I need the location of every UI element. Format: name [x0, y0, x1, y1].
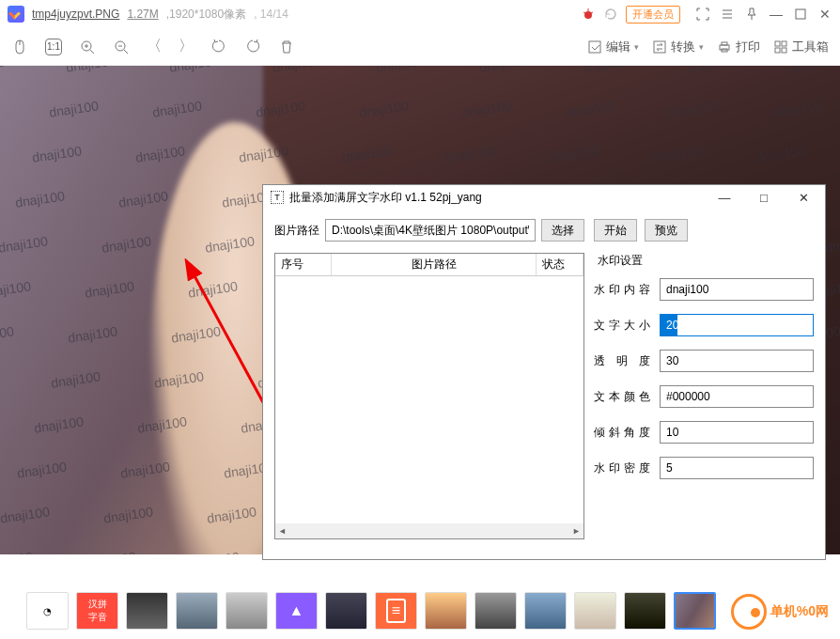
thumbnail[interactable] — [176, 592, 218, 630]
app-logo-icon — [8, 6, 24, 23]
svg-line-8 — [90, 50, 94, 54]
svg-line-2 — [583, 12, 585, 13]
dialog-app-icon: T — [271, 191, 284, 204]
svg-rect-19 — [775, 41, 780, 46]
svg-point-0 — [584, 11, 592, 19]
opacity-input[interactable] — [660, 350, 814, 372]
svg-rect-14 — [589, 41, 600, 53]
titlebar: tmp4juyzpvt.PNG 1.27M ,1920*1080像素 , 14/… — [0, 0, 840, 28]
zoom-out-icon[interactable] — [113, 39, 130, 55]
angle-input[interactable] — [660, 421, 814, 444]
path-input[interactable] — [325, 219, 536, 242]
delete-icon[interactable] — [278, 39, 295, 55]
dialog-maximize-icon[interactable]: □ — [750, 191, 778, 205]
thumbnail[interactable] — [226, 592, 268, 630]
edit-button[interactable]: 编辑▾ — [587, 39, 639, 55]
svg-line-3 — [591, 12, 593, 13]
svg-rect-20 — [782, 41, 786, 46]
filesize: 1.27M — [127, 8, 158, 21]
filename[interactable]: tmp4juyzpvt.PNG — [32, 8, 119, 21]
content-input[interactable] — [660, 278, 814, 301]
settings-label: 水印设置 — [594, 253, 814, 269]
thumbnail[interactable]: ≡ — [375, 592, 417, 630]
dialog-close-icon[interactable]: ✕ — [789, 191, 817, 205]
counter: , 14/14 — [254, 8, 288, 21]
refresh-icon[interactable] — [603, 7, 618, 22]
opacity-label: 透明度 — [594, 353, 650, 369]
col-status[interactable]: 状态 — [537, 254, 583, 275]
thumbnail[interactable] — [574, 592, 616, 630]
fontsize-input[interactable] — [660, 314, 814, 336]
rotate-left-icon[interactable] — [210, 39, 227, 55]
fontsize-label: 文字大小 — [594, 318, 650, 334]
site-logo: 单机%0网 — [731, 594, 829, 630]
minimize-icon[interactable]: — — [769, 7, 784, 22]
thumbnail[interactable] — [524, 592, 567, 630]
thumbnail[interactable] — [126, 592, 168, 630]
density-label: 水印密度 — [594, 460, 650, 476]
start-button[interactable]: 开始 — [594, 219, 637, 242]
color-input[interactable] — [660, 385, 814, 408]
svg-rect-4 — [796, 9, 805, 19]
prev-icon[interactable]: 〈 — [147, 37, 162, 56]
site-logo-icon — [731, 594, 767, 630]
svg-rect-15 — [654, 41, 665, 53]
print-button[interactable]: 打印 — [717, 39, 760, 55]
col-path[interactable]: 图片路径 — [332, 254, 537, 275]
content-label: 水印内容 — [594, 282, 650, 298]
maximize-icon[interactable] — [793, 7, 808, 22]
horizontal-scrollbar[interactable] — [275, 523, 583, 538]
color-label: 文本颜色 — [594, 389, 650, 405]
density-input[interactable] — [660, 457, 814, 479]
thumbnail-selected[interactable] — [674, 592, 716, 630]
dimensions: ,1920*1080像素 — [166, 7, 246, 23]
watermark-dialog: T 批量添加满屏文字水印 v1.1 52pj_yang — □ ✕ 图片路径 选… — [262, 184, 826, 560]
thumbnail[interactable] — [474, 592, 517, 630]
pin-icon[interactable] — [744, 7, 759, 22]
window-controls: — ✕ — [695, 7, 832, 22]
thumbnail[interactable] — [325, 592, 367, 630]
thumbnail[interactable] — [425, 592, 467, 630]
actual-size-icon[interactable]: 1:1 — [45, 39, 62, 55]
toolbar: 1:1 〈 〉 编辑▾ 转换▾ 打印 工具箱 — [0, 28, 840, 66]
thumbnail[interactable]: ◔ — [26, 592, 69, 630]
close-icon[interactable]: ✕ — [817, 7, 832, 22]
select-button[interactable]: 选择 — [541, 219, 584, 242]
thumbnail[interactable]: 汉拼字音 — [76, 592, 118, 630]
menu-icon[interactable] — [720, 7, 735, 22]
dialog-minimize-icon[interactable]: — — [710, 191, 739, 205]
path-label: 图片路径 — [274, 223, 319, 239]
file-table[interactable]: 序号 图片路径 状态 — [274, 253, 584, 539]
angle-label: 倾斜角度 — [594, 425, 650, 441]
thumbnail[interactable] — [624, 592, 666, 630]
rotate-right-icon[interactable] — [244, 39, 261, 55]
member-button[interactable]: 开通会员 — [626, 6, 680, 23]
svg-line-12 — [124, 50, 128, 54]
thumbnail-strip: ◔ 汉拼字音 ▲ ≡ — [0, 588, 840, 633]
svg-rect-17 — [722, 42, 727, 45]
dialog-title: 批量添加满屏文字水印 v1.1 52pj_yang — [289, 190, 710, 206]
thumbnail[interactable]: ▲ — [275, 592, 318, 630]
next-icon[interactable]: 〉 — [179, 37, 194, 56]
dialog-titlebar[interactable]: T 批量添加满屏文字水印 v1.1 52pj_yang — □ ✕ — [263, 185, 825, 210]
mouse-tool-icon[interactable] — [11, 39, 28, 55]
fullscreen-icon[interactable] — [695, 7, 710, 22]
bug-icon[interactable] — [581, 7, 596, 22]
col-index[interactable]: 序号 — [275, 254, 332, 275]
zoom-in-icon[interactable] — [79, 39, 96, 55]
site-logo-text: 单机%0网 — [770, 603, 829, 620]
toolbox-button[interactable]: 工具箱 — [773, 39, 829, 55]
convert-button[interactable]: 转换▾ — [652, 39, 704, 55]
preview-button[interactable]: 预览 — [645, 219, 688, 242]
svg-rect-22 — [782, 48, 786, 53]
svg-rect-21 — [775, 48, 780, 53]
